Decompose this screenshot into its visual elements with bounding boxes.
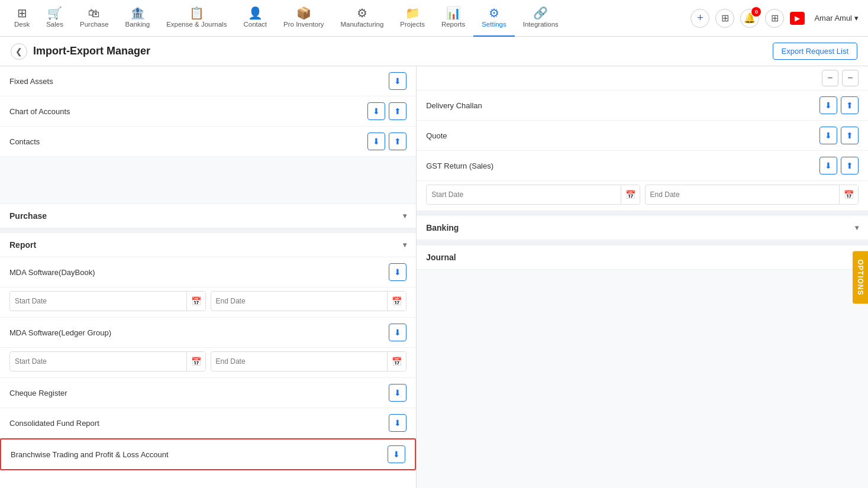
mda-ledger-download-btn[interactable]: ⬇ (389, 324, 406, 341)
contacts-upload-btn[interactable]: ⬆ (389, 132, 406, 150)
quote-upload-btn[interactable]: ⬆ (841, 127, 859, 144)
delivery-challan-download-btn[interactable]: ⬇ (819, 96, 837, 114)
nav-expense-journals[interactable]: 📋 Expense & Journals (158, 0, 235, 37)
nav-banking[interactable]: 🏦 Banking (117, 0, 159, 37)
purchase-section-label: Purchase (9, 211, 47, 221)
export-request-list-button[interactable]: Export Request List (773, 43, 857, 60)
journal-section-label: Journal (426, 253, 456, 262)
youtube-button[interactable]: ▶ (790, 12, 805, 25)
mda-daybook-actions: ⬇ (389, 263, 406, 281)
left-panel: Fixed Assets ⬇ Chart of Accounts ⬇ ⬆ Con… (0, 66, 417, 488)
notifications-button[interactable]: 🔔 0 (740, 9, 759, 28)
back-button[interactable]: ❮ (11, 43, 27, 60)
nav-sales[interactable]: 🛒 Sales (38, 0, 72, 37)
cheque-register-download-btn[interactable]: ⬇ (389, 384, 406, 402)
report-chevron-icon: ▾ (403, 241, 406, 249)
delivery-challan-actions: ⬇ ⬆ (819, 96, 859, 114)
contacts-label: Contacts (9, 137, 40, 146)
mda-daybook-start-date-wrap: 📅 (9, 291, 206, 311)
consolidated-fund-download-btn[interactable]: ⬇ (389, 414, 406, 432)
report-section-header[interactable]: Report ▾ (0, 233, 416, 257)
gst-end-date[interactable] (646, 187, 839, 202)
user-menu[interactable]: Amar Amul ▾ (811, 14, 862, 22)
mda-ledger-end-date[interactable] (211, 354, 388, 369)
reports-icon: 📊 (446, 7, 461, 19)
mda-daybook-end-date[interactable] (211, 293, 388, 309)
chart-of-accounts-download-btn[interactable]: ⬇ (367, 102, 385, 120)
notification-badge: 0 (751, 7, 761, 17)
page-header-left: ❮ Import-Export Manager (11, 43, 150, 60)
cheque-register-item: Cheque Register ⬇ (0, 378, 416, 408)
delivery-challan-upload-btn[interactable]: ⬆ (841, 96, 859, 114)
right-gap-2 (417, 241, 868, 245)
mda-ledger-start-calendar-btn[interactable]: 📅 (186, 352, 205, 371)
nav-settings[interactable]: ⚙ Settings (473, 0, 515, 37)
nav-label-banking: Banking (125, 21, 150, 28)
nav-label-purchase: Purchase (80, 21, 109, 28)
mda-daybook-label: MDA Software(DayBook) (9, 268, 95, 277)
settings-icon: ⚙ (489, 7, 499, 19)
branchwise-trading-download-btn[interactable]: ⬇ (388, 445, 405, 463)
mda-daybook-end-calendar-btn[interactable]: 📅 (387, 292, 406, 311)
journal-section-header[interactable]: Journal ▾ (417, 245, 868, 270)
add-button[interactable]: + (690, 9, 709, 28)
branchwise-trading-item: Branchwise Trading and Profit & Loss Acc… (0, 438, 416, 470)
chart-of-accounts-actions: ⬇ ⬆ (367, 102, 406, 120)
top-minus-btn-1[interactable]: − (822, 70, 838, 86)
gst-start-date[interactable] (427, 187, 620, 202)
contacts-download-btn[interactable]: ⬇ (367, 132, 385, 150)
nav-contact[interactable]: 👤 Contact (235, 0, 275, 37)
nav-label-sales: Sales (46, 21, 63, 28)
fixed-assets-item: Fixed Assets ⬇ (0, 66, 416, 96)
gst-end-calendar-btn[interactable]: 📅 (839, 185, 858, 204)
nav-label-projects: Projects (400, 21, 425, 28)
quote-item: Quote ⬇ ⬆ (417, 121, 868, 151)
quote-download-btn[interactable]: ⬇ (819, 127, 837, 144)
mda-daybook-item: MDA Software(DayBook) ⬇ (0, 257, 416, 287)
desk-icon: ⊞ (17, 7, 27, 19)
nav-label-desk: Desk (14, 21, 30, 28)
gst-start-calendar-btn[interactable]: 📅 (621, 185, 640, 204)
page-header: ❮ Import-Export Manager Export Request L… (0, 37, 868, 66)
gst-start-date-wrap: 📅 (426, 185, 640, 205)
mda-daybook-start-date[interactable] (10, 293, 186, 309)
options-tab[interactable]: OPTIONS (853, 251, 868, 303)
top-minus-btn-2[interactable]: − (842, 70, 859, 86)
consolidated-fund-item: Consolidated Fund Report ⬇ (0, 408, 416, 438)
contacts-item: Contacts ⬇ ⬆ (0, 127, 416, 157)
purchase-chevron-icon: ▾ (403, 212, 406, 220)
grid-view-button[interactable]: ⊞ (715, 9, 734, 28)
mda-daybook-start-calendar-btn[interactable]: 📅 (186, 292, 205, 311)
cheque-register-actions: ⬇ (389, 384, 406, 402)
purchase-section-header[interactable]: Purchase ▾ (0, 204, 416, 228)
section-gap-1 (0, 228, 416, 233)
gst-return-upload-btn[interactable]: ⬆ (841, 157, 859, 174)
fixed-assets-label: Fixed Assets (9, 77, 53, 86)
nav-desk[interactable]: ⊞ Desk (6, 0, 38, 37)
chart-of-accounts-upload-btn[interactable]: ⬆ (389, 102, 406, 120)
nav-purchase[interactable]: 🛍 Purchase (72, 0, 117, 37)
fixed-assets-actions: ⬇ (389, 72, 406, 90)
nav-label-contact: Contact (243, 21, 267, 28)
banking-icon: 🏦 (130, 7, 145, 19)
banking-section-header[interactable]: Banking ▾ (417, 216, 868, 240)
nav-reports[interactable]: 📊 Reports (433, 0, 473, 37)
mda-daybook-download-btn[interactable]: ⬇ (389, 263, 406, 281)
top-minus-row: − − (417, 66, 868, 91)
nav-manufacturing[interactable]: ⚙ Manufacturing (332, 0, 392, 37)
nav-integrations[interactable]: 🔗 Integrations (515, 0, 567, 37)
nav-projects[interactable]: 📁 Projects (392, 0, 433, 37)
mda-daybook-end-date-wrap: 📅 (211, 291, 407, 311)
apps-button[interactable]: ⊞ (765, 9, 784, 28)
spacer (0, 157, 416, 204)
user-dropdown-icon: ▾ (854, 14, 859, 22)
mda-ledger-end-calendar-btn[interactable]: 📅 (387, 352, 406, 371)
fixed-assets-download-btn[interactable]: ⬇ (389, 72, 406, 90)
right-gap-1 (417, 211, 868, 216)
delivery-challan-item: Delivery Challan ⬇ ⬆ (417, 91, 868, 121)
nav-pro-inventory[interactable]: 📦 Pro Inventory (275, 0, 332, 37)
chart-of-accounts-label: Chart of Accounts (9, 107, 70, 116)
mda-ledger-start-date[interactable] (10, 354, 186, 369)
gst-return-download-btn[interactable]: ⬇ (819, 157, 837, 174)
mda-ledger-label: MDA Software(Ledger Group) (9, 328, 111, 337)
